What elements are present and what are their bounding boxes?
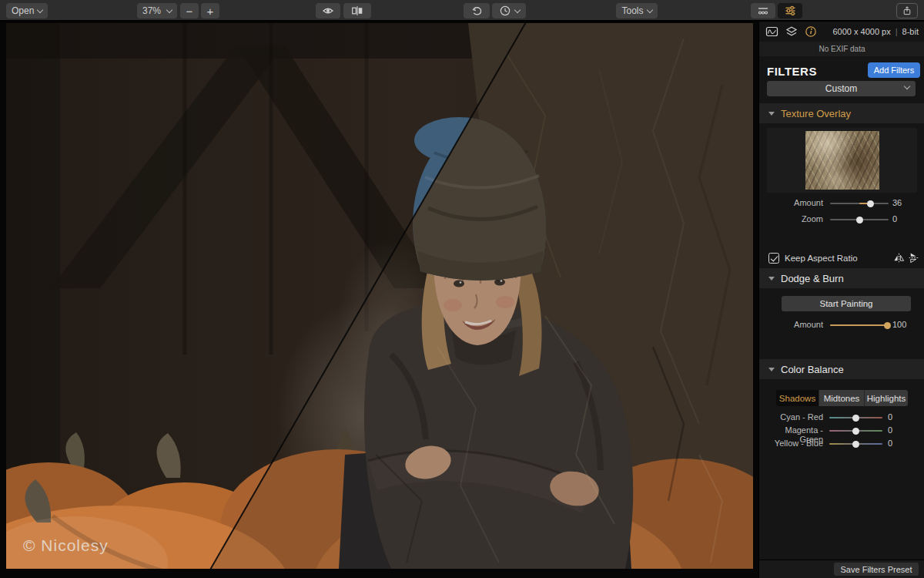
tools-button[interactable]: Tools bbox=[616, 3, 658, 18]
tab-shadows[interactable]: Shadows bbox=[776, 390, 819, 406]
flip-vertical-icon[interactable] bbox=[908, 252, 919, 264]
texture-thumbnail[interactable] bbox=[805, 131, 879, 190]
add-filters-button[interactable]: Add Filters bbox=[868, 62, 920, 78]
keep-aspect-ratio-label: Keep Aspect Ratio bbox=[785, 254, 858, 263]
info-divider: | bbox=[896, 27, 898, 36]
photo-illustration bbox=[6, 23, 753, 569]
chevron-down-icon bbox=[37, 6, 43, 12]
filters-title: FILTERS bbox=[767, 65, 817, 78]
cyan-red-slider[interactable] bbox=[829, 417, 882, 418]
texture-amount-value: 36 bbox=[892, 198, 902, 207]
flip-horizontal-icon[interactable] bbox=[893, 252, 905, 264]
zoom-out-label: − bbox=[186, 5, 193, 18]
sidebar-footer: Save Filters Preset bbox=[759, 560, 924, 578]
image-info-bar: 6000 x 4000 px | 8-bit bbox=[759, 23, 924, 40]
preset-dropdown-value: Custom bbox=[825, 83, 857, 94]
texture-zoom-value: 0 bbox=[892, 214, 897, 223]
texture-amount-label: Amount bbox=[759, 198, 823, 207]
open-button[interactable]: Open bbox=[6, 3, 48, 18]
image-bit-depth: 8-bit bbox=[902, 27, 919, 36]
collapse-triangle-icon bbox=[768, 277, 775, 281]
histogram-icon[interactable] bbox=[765, 25, 778, 38]
texture-zoom-label: Zoom bbox=[759, 214, 823, 223]
exif-status-label: No EXIF data bbox=[819, 45, 865, 53]
magenta-green-slider-handle[interactable] bbox=[852, 428, 859, 435]
yellow-blue-row: Yellow - Blue 0 bbox=[759, 438, 924, 450]
zoom-in-label: + bbox=[207, 5, 214, 18]
collapse-triangle-icon bbox=[768, 368, 775, 371]
presets-filmstrip-icon bbox=[756, 5, 770, 17]
texture-preview-box bbox=[767, 128, 917, 193]
dodge-burn-amount-slider[interactable] bbox=[830, 324, 890, 326]
color-balance-section-header[interactable]: Color Balance bbox=[759, 359, 924, 379]
exif-status: No EXIF data bbox=[759, 42, 924, 56]
texture-overlay-title: Texture Overlay bbox=[781, 108, 851, 119]
info-icon[interactable] bbox=[805, 25, 817, 38]
dodge-burn-amount-slider-handle[interactable] bbox=[884, 322, 891, 329]
history-button[interactable] bbox=[492, 3, 526, 18]
zoom-level-select[interactable]: 37% bbox=[137, 3, 177, 18]
collapse-triangle-icon bbox=[768, 112, 775, 116]
dodge-burn-amount-value: 100 bbox=[892, 320, 906, 329]
open-button-label: Open bbox=[12, 5, 34, 16]
texture-amount-row: Amount 36 bbox=[759, 197, 924, 210]
undo-arrow-icon bbox=[470, 5, 483, 17]
texture-zoom-slider-handle[interactable] bbox=[856, 217, 863, 223]
yellow-blue-slider[interactable] bbox=[829, 443, 882, 445]
tab-midtones[interactable]: Midtones bbox=[819, 390, 865, 406]
photo-editor-window: Open 37% − + bbox=[0, 0, 924, 578]
yellow-blue-label: Yellow - Blue bbox=[759, 439, 823, 448]
dodge-burn-title: Dodge & Burn bbox=[781, 273, 844, 284]
dodge-burn-amount-label: Amount bbox=[759, 320, 823, 329]
texture-amount-slider[interactable] bbox=[830, 203, 889, 204]
image-dimensions: 6000 x 4000 px bbox=[833, 27, 891, 36]
magenta-green-row: Magenta - Green 0 bbox=[759, 425, 924, 437]
dodge-burn-amount-row: Amount 100 bbox=[759, 319, 924, 331]
cyan-red-label: Cyan - Red bbox=[759, 412, 823, 422]
cyan-red-value: 0 bbox=[888, 412, 892, 422]
export-button[interactable] bbox=[896, 3, 918, 18]
history-clock-icon bbox=[499, 5, 511, 17]
photo-watermark: © Nicolesy bbox=[23, 536, 109, 555]
tab-highlights[interactable]: Highlights bbox=[865, 390, 908, 406]
zoom-out-button[interactable]: − bbox=[180, 3, 199, 18]
dodge-burn-section-header[interactable]: Dodge & Burn bbox=[759, 268, 924, 288]
magenta-green-slider[interactable] bbox=[829, 430, 882, 432]
chevron-down-icon bbox=[514, 6, 520, 12]
chevron-down-icon bbox=[166, 6, 172, 12]
yellow-blue-value: 0 bbox=[888, 439, 892, 448]
eye-icon bbox=[322, 5, 334, 17]
before-after-compare-icon bbox=[351, 5, 363, 17]
chevron-down-icon bbox=[904, 83, 910, 89]
compare-button[interactable] bbox=[343, 3, 371, 18]
color-balance-title: Color Balance bbox=[781, 364, 844, 375]
texture-zoom-slider[interactable] bbox=[830, 219, 889, 220]
layers-icon[interactable] bbox=[785, 25, 798, 38]
keep-aspect-ratio-checkbox[interactable] bbox=[768, 253, 779, 264]
texture-amount-slider-handle[interactable] bbox=[867, 200, 874, 207]
magenta-green-value: 0 bbox=[888, 425, 892, 435]
texture-zoom-row: Zoom 0 bbox=[759, 213, 924, 226]
presets-panel-toggle[interactable] bbox=[751, 3, 775, 18]
yellow-blue-slider-handle[interactable] bbox=[852, 441, 859, 448]
save-filters-preset-button[interactable]: Save Filters Preset bbox=[834, 563, 919, 576]
top-toolbar: Open 37% − + bbox=[0, 0, 924, 22]
filters-sidebar: 6000 x 4000 px | 8-bit No EXIF data FILT… bbox=[758, 22, 924, 578]
zoom-in-button[interactable]: + bbox=[201, 3, 219, 18]
preset-dropdown[interactable]: Custom bbox=[767, 81, 916, 96]
zoom-level-value: 37% bbox=[142, 5, 161, 16]
color-balance-tabs: Shadows Midtones Highlights bbox=[776, 390, 908, 406]
start-painting-button[interactable]: Start Painting bbox=[782, 296, 911, 311]
share-export-icon bbox=[902, 5, 912, 17]
filters-sliders-icon bbox=[784, 5, 797, 17]
texture-overlay-section-header[interactable]: Texture Overlay bbox=[759, 103, 924, 123]
image-canvas[interactable]: © Nicolesy bbox=[6, 23, 753, 569]
undo-button[interactable] bbox=[464, 3, 490, 18]
filters-panel-header: FILTERS Add Filters bbox=[759, 59, 924, 81]
chevron-down-icon bbox=[646, 6, 652, 12]
filters-panel-toggle[interactable] bbox=[778, 3, 802, 18]
quick-preview-button[interactable] bbox=[316, 3, 340, 18]
tools-button-label: Tools bbox=[621, 5, 643, 16]
cyan-red-slider-handle[interactable] bbox=[852, 415, 859, 422]
keep-aspect-ratio-row: Keep Aspect Ratio bbox=[759, 252, 924, 266]
